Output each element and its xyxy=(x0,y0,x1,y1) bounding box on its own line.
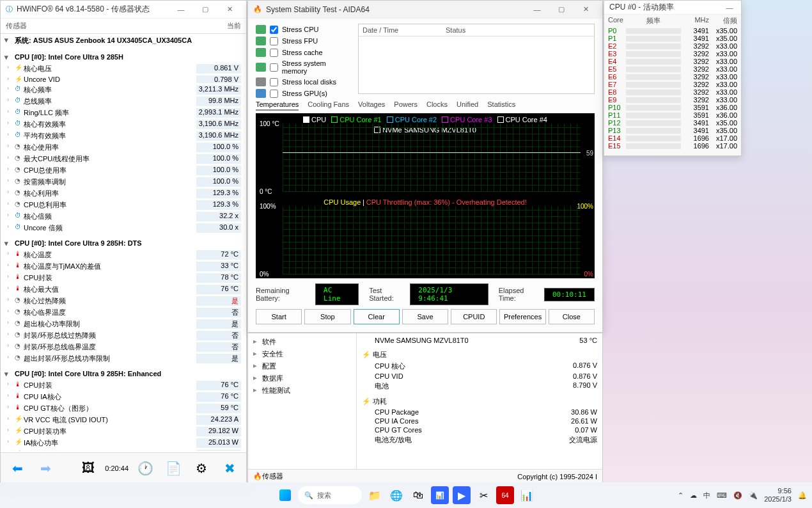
nav-security[interactable]: 安全性 xyxy=(251,348,354,360)
explorer-icon[interactable]: 📁 xyxy=(366,486,384,504)
sensor-row[interactable]: ›⏱Uncore 倍频30.0 x xyxy=(1,222,246,234)
snip-icon[interactable]: ✂ xyxy=(474,486,492,504)
tab-voltages[interactable]: Voltages xyxy=(358,99,385,111)
tab-unified[interactable]: Unified xyxy=(457,99,478,111)
close-button[interactable]: ✕ xyxy=(574,2,597,17)
back-button[interactable]: ⬅ xyxy=(6,457,29,480)
hwinfo-titlebar[interactable]: ⓘ HWiNFO® 64 v8.14-5580 - 传感器状态 — ▢ ✕ xyxy=(1,1,246,19)
sensor-row[interactable]: ›◔核心过热降频是 xyxy=(1,295,246,306)
clear-button[interactable]: Clear xyxy=(354,309,400,324)
sensor-row[interactable]: ›⏱总线频率99.8 MHz xyxy=(1,95,246,107)
cpuid-button[interactable]: CPUID xyxy=(451,309,497,324)
sensor-row[interactable]: ›◔核心临界温度否 xyxy=(1,306,246,318)
tab-cooling[interactable]: Cooling Fans xyxy=(308,99,349,111)
sensor-row[interactable]: ›◔封装/环形总线过热降频否 xyxy=(1,329,246,341)
sensor-row[interactable]: ›⚡GT核心功率0.060 W xyxy=(1,448,246,451)
sensor-tree[interactable]: 系统: ASUS ASUS Zenbook 14 UX3405CA_UX3405… xyxy=(1,34,246,451)
stress-disk[interactable]: Stress local disks xyxy=(256,76,352,88)
save-button[interactable]: Save xyxy=(402,309,448,324)
app-icon-2[interactable]: ▶ xyxy=(453,486,471,504)
log-panel: Date / TimeStatus xyxy=(358,24,595,94)
sensor-row[interactable]: ›🌡CPU IA核心76 °C xyxy=(1,391,246,402)
sensor-row[interactable]: ›◔超出核心功率限制是 xyxy=(1,318,246,329)
minimize-button[interactable]: — xyxy=(526,2,549,17)
stop-button[interactable]: Stop xyxy=(304,309,350,324)
start-button[interactable]: Start xyxy=(256,309,302,324)
minimize-button[interactable]: — xyxy=(723,0,736,15)
sensor-row[interactable]: ›⚡IA核心功率25.013 W xyxy=(1,437,246,448)
battery-icon[interactable]: 🔌 xyxy=(749,491,758,500)
sensor-row[interactable]: ›⏱核心频率3,211.3 MHz xyxy=(1,84,246,95)
hwinfo-taskbar-icon[interactable]: 📊 xyxy=(518,486,536,504)
sensor-row[interactable]: ›◔封装/环形总线临界温度否 xyxy=(1,341,246,353)
close-button[interactable]: ✕ xyxy=(218,2,241,17)
tab-temperatures[interactable]: Temperatures xyxy=(256,99,299,111)
maximize-button[interactable]: ▢ xyxy=(550,2,573,17)
ime-mode-icon[interactable]: ⌨ xyxy=(717,491,727,500)
sensor-row[interactable]: ›◔按需频率调制100.0 % xyxy=(1,176,246,187)
sensor-row[interactable]: ›⏱核心倍频32.2 x xyxy=(1,210,246,222)
close-tool-button[interactable]: ✖ xyxy=(218,457,241,480)
notifications-icon[interactable]: 🔔 xyxy=(798,491,807,500)
nav-software[interactable]: 软件 xyxy=(251,336,354,348)
value-row: CPU IA Cores26.61 W xyxy=(362,417,597,425)
sensor-row[interactable]: ›⏱核心有效频率3,190.6 MHz xyxy=(1,118,246,130)
ime-icon[interactable]: 中 xyxy=(703,491,710,500)
enh-section[interactable]: CPU [#0]: Intel Core Ultra 9 285H: Enhan… xyxy=(1,368,246,379)
tab-statistics[interactable]: Statistics xyxy=(487,99,515,111)
sensor-row[interactable]: ›🌡核心最大值76 °C xyxy=(1,283,246,295)
screenshot-button[interactable]: 🖼 xyxy=(77,457,100,480)
sensor-row[interactable]: ›⏱平均有效频率3,190.6 MHz xyxy=(1,130,246,141)
sensor-row[interactable]: ›◔最大CPU/线程使用率100.0 % xyxy=(1,153,246,164)
clock-icon[interactable]: 🕐 xyxy=(134,457,157,480)
tab-clocks[interactable]: Clocks xyxy=(426,99,448,111)
tray-chevron-icon[interactable]: ⌃ xyxy=(678,491,683,500)
aida-titlebar[interactable]: 🔥 System Stability Test - AIDA64 — ▢ ✕ xyxy=(248,1,602,19)
sensor-row[interactable]: ›⚡CPU封装功率29.182 W xyxy=(1,425,246,437)
store-icon[interactable]: 🛍 xyxy=(409,486,427,504)
core-row: E151696x17.00 xyxy=(604,142,741,150)
stress-gpu[interactable]: Stress GPU(s) xyxy=(256,88,352,99)
sensor-row[interactable]: ›◔核心利用率129.3 % xyxy=(1,187,246,199)
clock[interactable]: 9:562025/1/3 xyxy=(764,487,792,504)
sensor-row[interactable]: ›🌡核心温度72 °C xyxy=(1,249,246,260)
sensor-row[interactable]: ›🌡CPU GT核心（图形）59 °C xyxy=(1,402,246,414)
maximize-button[interactable]: ▢ xyxy=(194,2,217,17)
volume-icon[interactable]: 🔇 xyxy=(733,491,742,500)
stress-memory[interactable]: Stress system memory xyxy=(256,58,352,76)
system-section[interactable]: 系统: ASUS ASUS Zenbook 14 UX3405CA_UX3405… xyxy=(1,34,246,47)
dts-section[interactable]: CPU [#0]: Intel Core Ultra 9 285H: DTS xyxy=(1,237,246,249)
nav-config[interactable]: 配置 xyxy=(251,360,354,372)
app-icon-1[interactable]: 📊 xyxy=(431,486,449,504)
settings-button[interactable]: ⚙ xyxy=(190,457,213,480)
nav-perftest[interactable]: 性能测试 xyxy=(251,385,354,397)
nav-database[interactable]: 数据库 xyxy=(251,372,354,385)
stress-cache[interactable]: Stress cache xyxy=(256,47,352,58)
tab-powers[interactable]: Powers xyxy=(394,99,418,111)
cpu-section[interactable]: CPU [#0]: Intel Core Ultra 9 285H xyxy=(1,51,246,63)
start-button[interactable] xyxy=(276,486,294,504)
sensor-row[interactable]: ›◔核心使用率100.0 % xyxy=(1,141,246,153)
sensor-row[interactable]: ›⏱Ring/LLC 频率2,993.1 MHz xyxy=(1,107,246,118)
sensor-row[interactable]: ›◔CPU总使用率100.0 % xyxy=(1,164,246,176)
sensor-row[interactable]: ›⚡核心电压0.861 V xyxy=(1,63,246,74)
search-box[interactable]: 🔍 搜索 xyxy=(298,486,362,504)
cpufreq-titlebar[interactable]: CPU #0 - 活动频率 — xyxy=(604,1,741,15)
sensor-row[interactable]: ›🌡CPU封装76 °C xyxy=(1,379,246,391)
forward-button[interactable]: ➡ xyxy=(34,457,57,480)
sensor-row[interactable]: ›◔CPU总利用率129.3 % xyxy=(1,199,246,210)
sensor-row[interactable]: ›⚡Uncore VID0.798 V xyxy=(1,74,246,84)
preferences-button[interactable]: Preferences xyxy=(499,309,545,324)
sensor-row[interactable]: ›🌡CPU封装78 °C xyxy=(1,272,246,283)
edge-icon[interactable]: 🌐 xyxy=(387,486,405,504)
log-button[interactable]: 📄 xyxy=(162,457,185,480)
stress-fpu[interactable]: Stress FPU xyxy=(256,35,352,47)
aida-taskbar-icon[interactable]: 64 xyxy=(496,486,514,504)
stress-cpu[interactable]: Stress CPU xyxy=(256,24,352,35)
sensor-row[interactable]: ›◔超出封装/环形总线功率限制是 xyxy=(1,353,246,364)
minimize-button[interactable]: — xyxy=(169,2,192,17)
cloud-icon[interactable]: ☁ xyxy=(690,491,697,500)
sensor-row[interactable]: ›⚡VR VCC 电流 (SVID IOUT)24.223 A xyxy=(1,414,246,425)
sensor-row[interactable]: ›🌡核心温度与TjMAX的差值33 °C xyxy=(1,260,246,272)
close-stability-button[interactable]: Close xyxy=(549,309,595,324)
